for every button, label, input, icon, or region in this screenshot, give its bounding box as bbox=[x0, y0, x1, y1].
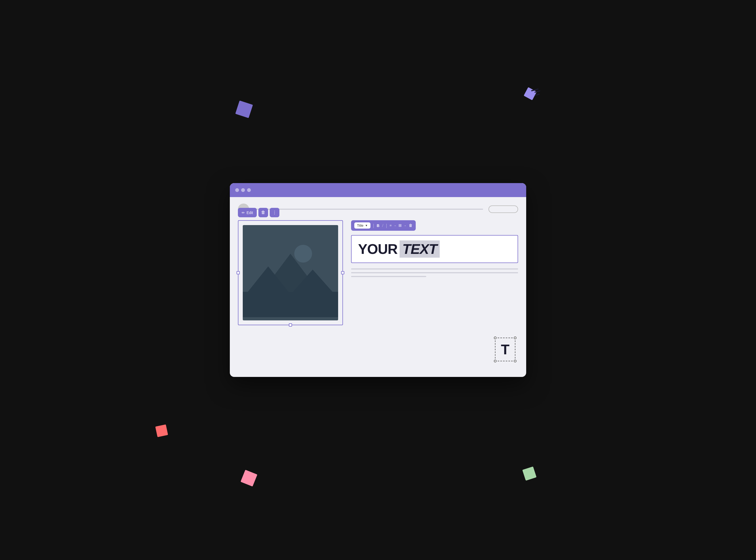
more-icon: ⋮ bbox=[272, 210, 277, 215]
browser-window: ✏ Edit 🗑 ⋮ bbox=[230, 183, 526, 377]
edit-button[interactable]: ✏ Edit bbox=[238, 208, 257, 217]
draggable-text-letter: T bbox=[501, 342, 509, 357]
toolbar-sep-1: | bbox=[373, 223, 374, 228]
corner-handle-bl[interactable] bbox=[494, 360, 497, 362]
toolbar-sep-2: / bbox=[382, 223, 383, 228]
toolbar-trash-icon[interactable]: 🗑 bbox=[409, 223, 412, 228]
image-edit-toolbar: ✏ Edit 🗑 ⋮ bbox=[238, 208, 279, 217]
browser-content: ✏ Edit 🗑 ⋮ bbox=[230, 197, 526, 377]
corner-handle-tr[interactable] bbox=[514, 337, 517, 339]
corner-handle-tl[interactable] bbox=[494, 337, 497, 339]
align-icon[interactable]: ≡ bbox=[390, 223, 392, 228]
corner-handle-br[interactable] bbox=[514, 360, 517, 362]
link-icon[interactable]: ⊞ bbox=[399, 223, 402, 228]
handle-right[interactable] bbox=[341, 271, 344, 274]
image-frame[interactable] bbox=[238, 220, 343, 325]
trash-icon: 🗑 bbox=[261, 210, 265, 215]
traffic-light-minimize[interactable] bbox=[241, 188, 245, 192]
content-lines bbox=[351, 268, 518, 277]
deco-square-purple bbox=[235, 100, 253, 118]
toolbar-sep-3: | bbox=[386, 223, 387, 228]
mountain-svg bbox=[243, 225, 338, 320]
text-format-toolbar: Title ▼ | B / | ≡ - ⊞ - 🗑 bbox=[351, 220, 416, 231]
content-line-3 bbox=[351, 276, 426, 277]
toolbar-sep-5: - bbox=[404, 223, 406, 228]
pencil-icon: ✏ bbox=[242, 211, 245, 215]
bold-button[interactable]: B bbox=[377, 223, 379, 228]
svg-rect-4 bbox=[243, 292, 338, 317]
dropdown-arrow-icon: ▼ bbox=[365, 224, 368, 227]
browser-titlebar bbox=[230, 183, 526, 197]
nav-lines bbox=[255, 209, 483, 210]
content-line-1 bbox=[351, 268, 518, 269]
draggable-text-element[interactable]: T bbox=[495, 338, 516, 361]
deco-square-pink bbox=[240, 470, 257, 486]
style-dropdown[interactable]: Title ▼ bbox=[354, 222, 370, 228]
traffic-light-close[interactable] bbox=[235, 188, 239, 192]
handle-left[interactable] bbox=[236, 271, 240, 274]
main-content: ✏ Edit 🗑 ⋮ bbox=[238, 220, 518, 367]
top-bar bbox=[238, 203, 518, 215]
svg-point-5 bbox=[294, 245, 312, 262]
handle-bottom[interactable] bbox=[289, 323, 292, 326]
dropdown-label: Title bbox=[357, 223, 364, 227]
image-placeholder bbox=[243, 225, 338, 320]
traffic-light-maximize[interactable] bbox=[247, 188, 251, 192]
search-box[interactable] bbox=[488, 205, 518, 213]
text-editor-area: Title ▼ | B / | ≡ - ⊞ - 🗑 YOUR TEXT bbox=[351, 220, 518, 367]
more-button[interactable]: ⋮ bbox=[270, 208, 279, 217]
image-block-wrapper: ✏ Edit 🗑 ⋮ bbox=[238, 220, 343, 367]
content-line-2 bbox=[351, 272, 518, 273]
text-your: YOUR bbox=[358, 241, 398, 257]
edit-label: Edit bbox=[247, 211, 253, 215]
nav-line-1 bbox=[255, 209, 483, 210]
deco-square-green bbox=[522, 466, 537, 481]
text-text: TEXT bbox=[400, 240, 440, 258]
toolbar-sep-4: - bbox=[394, 223, 396, 228]
text-display-box[interactable]: YOUR TEXT bbox=[351, 235, 518, 263]
delete-button[interactable]: 🗑 bbox=[258, 208, 268, 217]
deco-square-red bbox=[155, 424, 168, 437]
